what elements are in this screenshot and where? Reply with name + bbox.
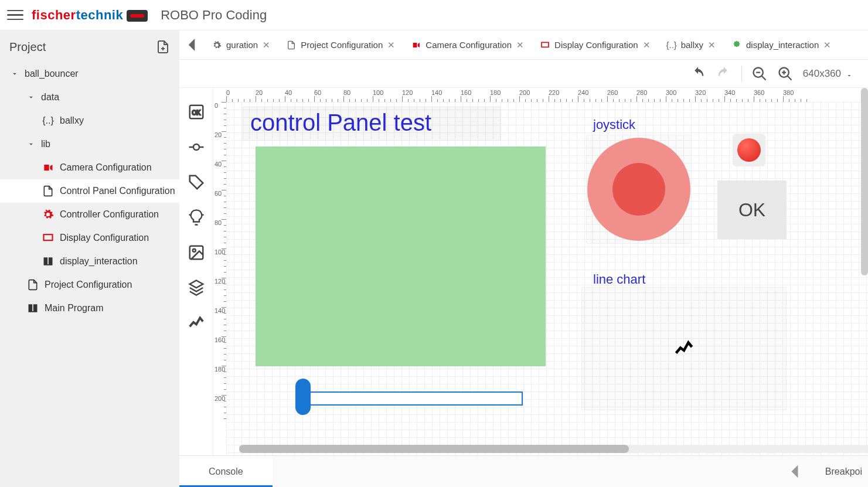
app-title: ROBO Pro Coding (161, 8, 267, 23)
palette-stack[interactable] (188, 279, 205, 297)
canvas-ok-button[interactable]: OK (717, 181, 787, 239)
logo: fischertechnik (32, 8, 148, 23)
canvas-linechart[interactable] (581, 287, 787, 410)
canvas-slider[interactable] (267, 375, 566, 410)
close-icon[interactable]: ✕ (708, 40, 716, 50)
palette-bulb[interactable] (188, 209, 205, 226)
bottom-tabs-scroll-left[interactable] (782, 456, 808, 487)
header: fischertechnik ROBO Pro Coding (0, 0, 868, 30)
tree-folder-lib[interactable]: lib (0, 132, 179, 156)
palette-ok-box[interactable]: OK (188, 103, 205, 121)
gear-icon (42, 209, 54, 220)
editor-area: OK 0204060801001201401601802002202402602… (179, 88, 868, 455)
tree-folder-label: data (41, 92, 59, 103)
svg-text:OK: OK (192, 110, 200, 116)
tree-root[interactable]: ball_bouncer (0, 62, 179, 86)
tree-item-label: Controller Configuration (60, 209, 159, 220)
tree-item-label: Project Configuration (45, 280, 132, 290)
close-icon[interactable]: ✕ (516, 40, 524, 50)
canvas-title-label[interactable]: control Panel test (243, 107, 501, 141)
code-icon: {..} (42, 115, 54, 127)
tree-item-ballxy[interactable]: {..} ballxy (0, 109, 179, 132)
slider-thumb[interactable] (295, 379, 311, 415)
menu-button[interactable] (7, 7, 23, 23)
tab[interactable]: Project Configuration✕ (278, 40, 403, 50)
gear-icon (212, 40, 222, 50)
tree-item-label: Main Program (45, 303, 103, 314)
display-icon (540, 40, 550, 50)
tree-item[interactable]: Camera Configuration (0, 156, 179, 179)
zoom-out-button[interactable] (751, 66, 768, 82)
canvas-scroll-horizontal[interactable] (239, 445, 868, 453)
sidebar-header: Project (0, 36, 179, 62)
chevron-down-icon (27, 93, 35, 101)
line-chart-icon (670, 338, 697, 359)
canvas-led[interactable] (733, 134, 765, 166)
close-icon[interactable]: ✕ (643, 40, 651, 50)
sidebar-title: Project (9, 40, 46, 54)
palette-node[interactable] (188, 138, 205, 156)
led-icon (737, 138, 761, 162)
tab-console[interactable]: Console (179, 456, 273, 487)
tab-label: display_interaction (746, 40, 819, 50)
tree-item[interactable]: display_interaction (0, 250, 179, 273)
editor-toolbar: 640x360 (179, 60, 868, 88)
tab-bar: guration✕Project Configuration✕Camera Co… (179, 30, 868, 60)
canvas-joystick-label[interactable]: joystick (593, 117, 635, 132)
canvas-scroll-vertical[interactable] (861, 88, 868, 275)
tree-item[interactable]: Main Program (0, 297, 179, 320)
tree-item-label: display_interaction (60, 256, 138, 267)
tab-breakpoints[interactable]: Breakpoi (808, 456, 868, 487)
ruler-vertical: 020406080100120140160180200 (213, 102, 226, 455)
code-icon: {..} (667, 40, 676, 50)
chevron-down-icon (11, 70, 19, 78)
canvas-wrap: 0204060801001201401601802002202402602803… (213, 88, 868, 455)
svg-point-8 (192, 249, 195, 252)
canvas-linechart-label[interactable]: line chart (593, 272, 645, 287)
tab[interactable]: display_interaction✕ (724, 40, 839, 50)
tab[interactable]: Camera Configuration✕ (403, 40, 532, 50)
display-icon (42, 232, 54, 244)
main: guration✕Project Configuration✕Camera Co… (179, 30, 868, 487)
tree-item[interactable]: Control Panel Configuration (0, 179, 179, 203)
palette-line-chart[interactable] (188, 314, 205, 332)
page-icon (42, 185, 54, 197)
tree-root-label: ball_bouncer (25, 69, 79, 79)
close-icon[interactable]: ✕ (387, 40, 395, 50)
palette-tag[interactable] (188, 173, 205, 191)
close-icon[interactable]: ✕ (823, 40, 831, 50)
design-canvas[interactable]: control Panel test joystick OK line char… (226, 102, 868, 455)
camera-icon (42, 162, 54, 173)
puzzle-icon (732, 40, 741, 50)
tab[interactable]: {..}ballxy✕ (659, 40, 724, 50)
add-file-button[interactable] (156, 40, 170, 54)
close-icon[interactable]: ✕ (263, 40, 270, 50)
slider-track (300, 391, 523, 406)
tree-item[interactable]: Project Configuration (0, 273, 179, 297)
tree-item[interactable]: Display Configuration (0, 226, 179, 250)
tab[interactable]: Display Configuration✕ (532, 40, 659, 50)
tree-item[interactable]: Controller Configuration (0, 203, 179, 226)
undo-button[interactable] (690, 66, 706, 82)
tabs-scroll-left[interactable] (179, 30, 204, 59)
tree-item-label: Camera Configuration (60, 162, 152, 173)
tab-label: Project Configuration (301, 40, 383, 50)
canvas-green-panel[interactable] (256, 147, 546, 366)
logo-badge-icon (127, 10, 148, 22)
tab-label: Display Configuration (554, 40, 638, 50)
tree-folder-label: lib (41, 139, 50, 149)
tab[interactable]: guration✕ (204, 40, 278, 50)
widget-palette: OK (179, 88, 213, 455)
tree-folder-data[interactable]: data (0, 86, 179, 109)
page-icon (27, 279, 39, 291)
svg-rect-0 (44, 234, 53, 240)
tab-label: ballxy (681, 40, 703, 50)
canvas-joystick[interactable] (586, 135, 692, 244)
redo-button[interactable] (716, 66, 732, 82)
zoom-in-button[interactable] (777, 66, 794, 82)
dropdown-icon (846, 70, 853, 77)
palette-image[interactable] (188, 244, 205, 261)
book-icon (42, 256, 54, 267)
svg-rect-1 (542, 42, 549, 47)
resolution-select[interactable]: 640x360 (803, 68, 853, 80)
